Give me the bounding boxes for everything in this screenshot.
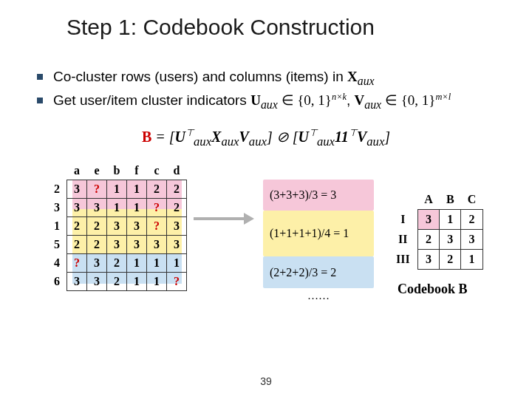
slide: Step 1: Codebook Construction Co-cluster… (0, 0, 532, 399)
right-table: A B C I312 II233 III321 (389, 190, 483, 270)
formula-V: V (239, 128, 248, 144)
formula-Xsub: aux (221, 134, 239, 148)
cell: ? (87, 180, 107, 199)
bullet-2-aux1: aux (261, 98, 278, 111)
table-row: I312 (389, 210, 482, 230)
bullet-1-sub: aux (358, 75, 375, 87)
cell: ? (147, 199, 167, 217)
codebook-label: Codebook B (398, 282, 468, 297)
bullet-1-var: X (347, 69, 358, 84)
cell: 1 (127, 273, 147, 291)
formula-U2sub: aux (317, 134, 335, 148)
row-hdr: II (389, 230, 417, 250)
cell: 3 (417, 250, 440, 270)
cell: 1 (167, 254, 187, 273)
bullet-2-set2: ∈ {0, 1} (381, 92, 435, 108)
cell: 1 (440, 210, 461, 230)
col-B: B (440, 190, 461, 210)
bullet-2-aux2: aux (364, 98, 381, 111)
row-hdr: 1 (47, 217, 67, 236)
col-f: f (127, 162, 147, 180)
cell: ? (167, 273, 187, 291)
cell: 1 (461, 250, 483, 270)
row-hdr: 6 (47, 273, 67, 291)
table-header-row: A B C (389, 190, 482, 210)
cell: 1 (107, 180, 127, 199)
col-c: c (147, 162, 167, 180)
table-row: 633211? (47, 273, 187, 291)
table-row: 5223333 (47, 236, 187, 254)
col-e: e (87, 162, 107, 180)
table-row: 23?1122 (47, 180, 187, 199)
row-hdr: I (389, 210, 417, 230)
table-row: II233 (389, 230, 482, 250)
cell: 3 (67, 273, 87, 291)
formula-X: X (211, 128, 221, 144)
formula-mid: ] ⊘ [ (267, 128, 299, 144)
formula-end: ] (384, 128, 390, 144)
cell: 3 (127, 217, 147, 236)
formula: B = [U⊤auxXauxVaux] ⊘ [U⊤aux11⊤Vaux] (0, 127, 532, 149)
cell: 3 (461, 230, 483, 250)
cell: 2 (167, 180, 187, 199)
bullet-2-nk: n×k (332, 92, 347, 102)
bullet-2: Get user/item cluster indicators Uaux ∈ … (34, 91, 532, 112)
cell: 3 (107, 236, 127, 254)
formula-UT: ⊤ (185, 127, 194, 138)
formula-U2: U (298, 128, 308, 144)
table-row: 33311?2 (47, 199, 187, 217)
cell: 3 (87, 199, 107, 217)
cell: 3 (147, 236, 167, 254)
cell: 2 (440, 250, 461, 270)
cell: 1 (127, 199, 147, 217)
formula-ones: 11 (335, 128, 349, 144)
bullet-2-ml: m×l (435, 92, 451, 102)
formula-B: B (142, 128, 151, 144)
bullet-2-U: U (250, 92, 261, 108)
cell: 1 (107, 199, 127, 217)
col-d: d (167, 162, 187, 180)
cell: ? (147, 217, 167, 236)
formula-V2sub: aux (366, 134, 384, 148)
col-a: a (67, 162, 87, 180)
table-row: III321 (389, 250, 482, 270)
cell: 2 (87, 217, 107, 236)
cell: 2 (107, 273, 127, 291)
cell: 1 (147, 254, 167, 273)
bullet-list: Co-cluster rows (users) and columns (ite… (0, 54, 532, 113)
row-hdr: 4 (47, 254, 67, 273)
slide-title: Step 1: Codebook Construction (0, 0, 532, 40)
figure: a e b f c d 23?1122 33311?2 12233?3 5223… (44, 162, 488, 317)
cell: 3 (167, 217, 187, 236)
cell: 2 (147, 180, 167, 199)
formula-Usub: aux (194, 134, 211, 148)
cell: 3 (67, 180, 87, 199)
calc-line-3: (2+2+2)/3 = 2 (263, 256, 374, 288)
cell: ? (67, 254, 87, 273)
left-table: a e b f c d 23?1122 33311?2 12233?3 5223… (47, 162, 187, 291)
cell: 2 (107, 254, 127, 273)
col-b: b (107, 162, 127, 180)
formula-U: U (175, 128, 185, 144)
bullet-2-text: Get user/item cluster indicators (53, 92, 250, 108)
formula-V2: V (357, 128, 366, 144)
row-hdr: 5 (47, 236, 67, 254)
table-row: 4?32111 (47, 254, 187, 273)
cell: 3 (417, 210, 440, 230)
cell: 2 (461, 210, 483, 230)
cell: 2 (67, 217, 87, 236)
cell: 3 (87, 254, 107, 273)
cell: 3 (67, 199, 87, 217)
row-hdr: 3 (47, 199, 67, 217)
table-row: 12233?3 (47, 217, 187, 236)
cell: 2 (417, 230, 440, 250)
cell: 3 (127, 236, 147, 254)
bullet-1-text: Co-cluster rows (users) and columns (ite… (53, 69, 347, 84)
arrow-icon (194, 215, 256, 222)
calc-dots: …… (263, 290, 374, 302)
cell: 2 (167, 199, 187, 217)
col-C: C (461, 190, 483, 210)
calc-line-2: (1+1+1+1)/4 = 1 (263, 211, 374, 256)
page-number: 39 (0, 375, 532, 387)
cell: 3 (87, 273, 107, 291)
